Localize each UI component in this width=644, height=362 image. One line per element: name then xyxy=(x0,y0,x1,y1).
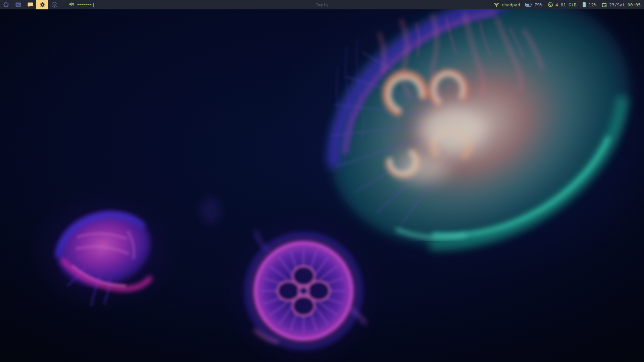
status-widgets: chadpad 79% xyxy=(493,0,644,9)
window-title-text: Empty xyxy=(315,2,328,7)
jellyfish-artwork xyxy=(0,9,644,362)
wifi-ssid: chadpad xyxy=(502,2,520,7)
chat-bubble-icon xyxy=(28,2,33,7)
svg-text:@: @ xyxy=(53,3,56,7)
battery-percent: 79% xyxy=(534,2,542,7)
workspace-browser[interactable] xyxy=(0,0,12,9)
memory-widget[interactable]: 4.81 GiB xyxy=(548,2,577,7)
terminal-icon xyxy=(15,2,21,7)
gear-icon xyxy=(40,2,45,8)
workspace-chat[interactable] xyxy=(24,0,36,9)
clock-text: 23/Sat 00:05 xyxy=(609,2,641,7)
status-bar: @ Empty xyxy=(0,0,644,9)
browser-circle-icon xyxy=(3,2,9,7)
workspace-list: @ xyxy=(0,0,60,9)
workspace-terminal[interactable] xyxy=(12,0,24,9)
desktop-wallpaper xyxy=(0,9,644,362)
volume-slider[interactable] xyxy=(77,4,92,5)
volume-widget[interactable] xyxy=(69,0,94,9)
usage-widget[interactable]: 12% xyxy=(582,2,596,7)
cpu-chip-icon xyxy=(548,2,553,7)
battery-icon xyxy=(525,3,532,7)
at-sign-icon: @ xyxy=(52,2,57,8)
volume-slider-handle[interactable] xyxy=(93,3,94,7)
clock-widget[interactable]: 23/Sat 00:05 xyxy=(602,2,641,7)
wifi-icon xyxy=(493,2,499,7)
wifi-widget[interactable]: chadpad xyxy=(493,2,520,7)
battery-widget[interactable]: 79% xyxy=(525,2,542,7)
calendar-icon xyxy=(602,2,607,7)
workspace-mail[interactable]: @ xyxy=(48,0,60,9)
ram-stick-icon xyxy=(582,2,586,7)
workspace-settings[interactable] xyxy=(36,0,48,9)
usage-percent: 12% xyxy=(589,2,596,7)
speaker-icon xyxy=(69,2,75,8)
memory-used: 4.81 GiB xyxy=(555,2,577,7)
